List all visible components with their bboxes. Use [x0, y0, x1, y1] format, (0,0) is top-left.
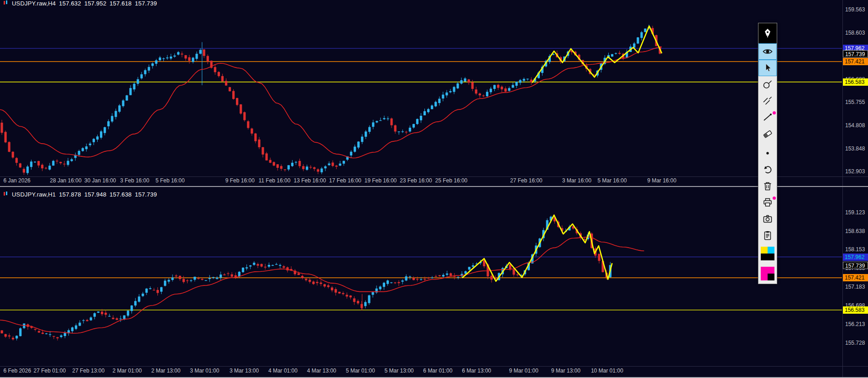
time-tick-label: 10 Mar 01:00 [591, 368, 623, 374]
price-tick-label: 159.563 [845, 6, 865, 13]
channel-tool[interactable] [758, 93, 777, 109]
price-marker[interactable]: 156.583 [843, 306, 868, 314]
price-tick-label: 153.848 [845, 145, 865, 152]
time-tick-label: 27 Feb 13:00 [72, 368, 105, 374]
undo-tool[interactable] [758, 161, 777, 178]
clipboard-tool[interactable] [758, 227, 777, 243]
time-tick-label: 11 Feb 16:00 [259, 177, 291, 184]
price-tick-label: 154.808 [845, 122, 865, 129]
axis-overlay: 159.563158.603156.688155.755154.808153.8… [0, 0, 868, 378]
palette-swatch-2[interactable] [758, 264, 777, 284]
time-tick-label: 5 Mar 16:00 [597, 177, 627, 184]
low-price: 157.618 [110, 0, 131, 7]
time-tick-label: 23 Feb 16:00 [400, 177, 432, 184]
time-tick-label: 4 Mar 13:00 [307, 368, 336, 374]
time-tick-label: 27 Feb 16:00 [510, 177, 543, 184]
time-tick-label: 3 Mar 01:00 [190, 368, 219, 374]
price-tick-label: 158.153 [845, 246, 865, 253]
price-marker[interactable]: 157.421 [843, 274, 868, 281]
symbol-timeframe: USDJPY.raw,H1 [12, 191, 56, 198]
axis-separator [0, 176, 868, 177]
price-tick-label: 158.638 [845, 228, 865, 234]
symbol-timeframe: USDJPY.raw,H4 [12, 0, 56, 7]
high-price: 157.952 [84, 0, 106, 7]
low-price: 157.638 [110, 191, 131, 198]
panel-separator[interactable] [0, 186, 868, 187]
palette-swatch-1[interactable] [758, 243, 777, 264]
time-tick-label: 28 Jan 16:00 [50, 177, 81, 184]
pen-tool[interactable] [758, 23, 777, 43]
camera-tool[interactable] [758, 211, 777, 227]
time-tick-label: 5 Mar 01:00 [346, 368, 375, 374]
cursor-tool[interactable] [758, 60, 777, 76]
print-tool[interactable] [758, 194, 777, 211]
symbol-icon [3, 191, 9, 198]
price-tick-label: 159.123 [845, 209, 865, 216]
price-tick-label: 156.213 [845, 321, 865, 327]
visibility-tool[interactable] [758, 43, 777, 60]
time-tick-label: 13 Feb 16:00 [294, 177, 326, 184]
h1-chart-header: USDJPY.raw,H1 157.878 157.948 157.638 15… [3, 191, 157, 198]
drawing-toolbar [758, 23, 777, 284]
time-tick-label: 9 Mar 16:00 [647, 177, 676, 184]
dot-tool[interactable] [758, 145, 777, 161]
time-tick-label: 5 Feb 16:00 [156, 177, 185, 184]
time-tick-label: 3 Mar 16:00 [562, 177, 591, 184]
price-marker[interactable]: 157.421 [843, 58, 868, 65]
trendline-tool[interactable] [758, 109, 777, 125]
time-tick-label: 6 Feb 2026 [3, 368, 31, 374]
price-marker[interactable]: 156.583 [843, 78, 868, 86]
high-price: 157.948 [84, 191, 106, 198]
time-tick-label: 9 Mar 13:00 [551, 368, 580, 374]
time-tick-label: 5 Mar 13:00 [384, 368, 413, 374]
time-tick-label: 2 Mar 13:00 [151, 368, 180, 374]
time-tick-label: 3 Feb 16:00 [120, 177, 149, 184]
trash-tool[interactable] [758, 178, 777, 194]
price-tick-label: 152.903 [845, 168, 865, 175]
close-price: 157.739 [135, 191, 157, 198]
time-tick-label: 6 Jan 2026 [3, 177, 30, 184]
time-tick-label: 4 Mar 01:00 [268, 368, 298, 374]
price-tick-label: 155.755 [845, 99, 865, 105]
time-tick-label: 27 Feb 01:00 [33, 368, 66, 374]
time-tick-label: 30 Jan 16:00 [84, 177, 116, 184]
time-tick-label: 2 Mar 01:00 [113, 368, 142, 374]
open-price: 157.878 [59, 191, 81, 198]
time-tick-label: 25 Feb 16:00 [435, 177, 468, 184]
time-tick-label: 19 Feb 16:00 [365, 177, 397, 184]
time-tick-label: 3 Mar 13:00 [230, 368, 259, 374]
time-tick-label: 9 Feb 16:00 [225, 177, 255, 184]
price-marker[interactable]: 157.739 [843, 262, 868, 269]
price-tick-label: 158.603 [845, 30, 865, 36]
trading-terminal-window: USDJPY.raw,H4 157.632 157.952 157.618 15… [0, 0, 868, 378]
axis-separator [0, 366, 868, 367]
open-price: 157.632 [59, 0, 81, 7]
h4-chart-header: USDJPY.raw,H4 157.632 157.952 157.618 15… [3, 0, 157, 7]
symbol-icon [3, 0, 9, 7]
eraser-tool[interactable] [758, 125, 777, 142]
time-tick-label: 9 Mar 01:00 [509, 368, 539, 374]
time-tick-label: 17 Feb 16:00 [329, 177, 361, 184]
price-marker[interactable]: 157.739 [843, 50, 868, 57]
ellipse-tool[interactable] [758, 76, 777, 93]
price-tick-label: 155.728 [845, 340, 865, 346]
magenta-dot [773, 111, 776, 114]
time-tick-label: 6 Mar 01:00 [423, 368, 452, 374]
price-marker[interactable]: 157.962 [843, 254, 868, 261]
price-tick-label: 157.183 [845, 284, 865, 290]
magenta-dot [773, 197, 776, 200]
time-tick-label: 6 Mar 13:00 [462, 368, 491, 374]
close-price: 157.739 [135, 0, 157, 7]
